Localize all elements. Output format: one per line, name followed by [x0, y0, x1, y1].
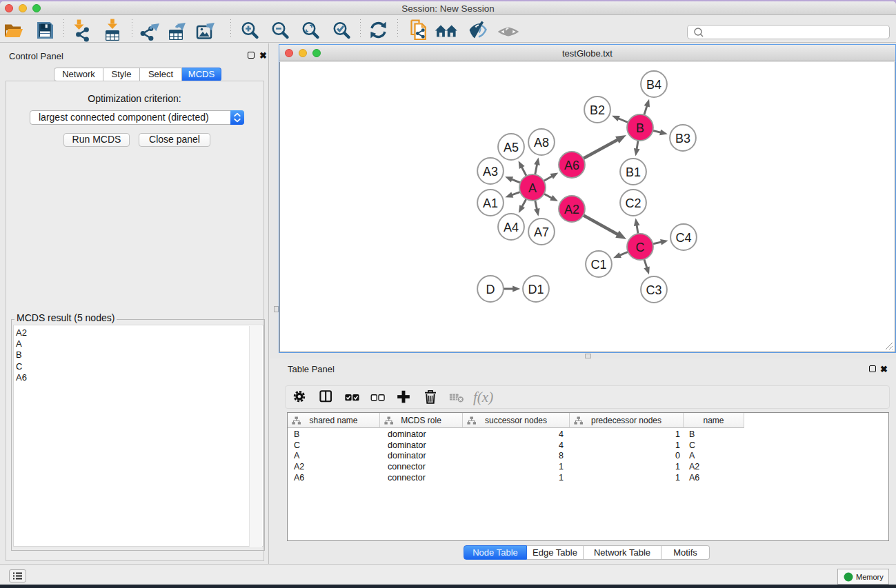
svg-text:B2: B2: [590, 103, 605, 117]
svg-text:A5: A5: [504, 141, 519, 154]
svg-text:C: C: [636, 241, 645, 254]
svg-text:D: D: [486, 283, 495, 296]
svg-text:A7: A7: [534, 225, 549, 239]
svg-text:A: A: [528, 181, 537, 195]
svg-text:B4: B4: [646, 78, 661, 92]
svg-text:C1: C1: [590, 258, 606, 272]
svg-text:f(x): f(x): [473, 389, 493, 405]
svg-text:A8: A8: [534, 136, 549, 150]
svg-text:B3: B3: [675, 132, 690, 145]
svg-text:A2: A2: [564, 203, 579, 216]
svg-text:C2: C2: [625, 196, 641, 210]
svg-text:C3: C3: [646, 283, 661, 297]
svg-text:A3: A3: [483, 165, 498, 179]
svg-text:D1: D1: [528, 283, 544, 296]
svg-text:B: B: [636, 121, 644, 135]
svg-text:A1: A1: [483, 196, 498, 210]
svg-text:A4: A4: [504, 221, 519, 234]
svg-text:B1: B1: [626, 165, 641, 179]
svg-text:A6: A6: [564, 159, 579, 172]
svg-text:C4: C4: [675, 231, 691, 245]
